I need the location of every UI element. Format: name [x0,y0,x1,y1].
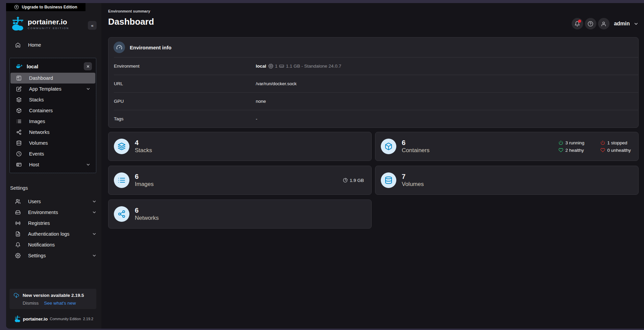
sidebar-item-label: Stacks [29,97,44,102]
sidebar-item-home[interactable]: Home [15,40,101,50]
sidebar-item-host[interactable]: Host [10,159,95,170]
chevron-down-icon [92,199,97,204]
layers-icon [16,97,22,102]
stacks-card[interactable]: 4 Stacks [108,132,372,161]
sidebar-item-containers[interactable]: Containers [10,105,95,116]
sidebar-item-events[interactable]: Events [10,148,95,159]
notification-badge [578,20,581,23]
sidebar-item-label: Authentication logs [28,231,70,237]
help-circle-icon [588,21,593,27]
info-row-environment: Environment local 1 1.1 GB - Standalone … [114,57,638,75]
main-content: Environment summary Dashboard admin Envi… [101,3,644,329]
containers-card[interactable]: 6 Containers 3 running 1 stopped 2 healt… [375,132,639,161]
sidebar: Upgrade to Business Edition portainer.io [6,3,101,329]
unhealthy-stat: 0 unhealthy [600,148,631,153]
clock-icon [16,151,22,157]
update-notice-box: New version available 2.19.5 Dismiss See… [9,289,96,309]
user-icon [601,21,606,27]
edit-icon [16,86,22,92]
box-icon [16,108,22,113]
sidebar-item-networks[interactable]: Networks [10,127,95,138]
volumes-count: 7 [402,172,424,181]
sidebar-item-users[interactable]: Users [6,196,101,207]
hard-drive-icon [15,210,21,215]
sidebar-spacer [6,261,101,289]
users-icon [15,199,21,204]
sidebar-item-stacks[interactable]: Stacks [10,94,95,105]
volumes-label: Volumes [402,181,424,188]
sidebar-item-label: Settings [28,253,46,258]
box-icon [381,139,396,154]
app-window: Upgrade to Business Edition portainer.io [6,3,644,329]
bell-icon [15,242,21,248]
url-value: /var/run/docker.sock [256,81,297,86]
info-label: Tags [114,116,256,121]
portainer-logo-icon [11,17,25,31]
heart-icon [559,148,563,152]
sidebar-item-label: Users [28,199,41,204]
footer-version: 2.19.2 [83,317,94,321]
page-title: Dashboard [108,17,639,27]
footer-edition: Community Edition [50,317,81,321]
user-menu[interactable]: admin [614,21,630,27]
memory-icon [279,64,284,69]
brand-name: portainer.io [28,18,69,26]
arrow-up-circle-icon [14,5,19,9]
notifications-button[interactable] [572,18,583,29]
layers-icon [114,139,129,154]
memory-and-version: 1.1 GB - Standalone 24.0.7 [286,64,341,69]
chevron-down-icon[interactable] [634,21,639,26]
gauge-icon [114,42,125,53]
images-card[interactable]: 6 Images 1.9 GB [108,166,372,195]
sidebar-item-label: Images [29,119,45,124]
chevron-down-icon [92,253,97,258]
info-label: GPU [114,99,256,104]
sidebar-item-label: Host [29,162,39,167]
active-environment-box: local Dashboard App Templates Stacks [9,58,96,173]
sidebar-item-notifications[interactable]: Notifications [6,239,101,250]
networks-card[interactable]: 6 Networks [108,199,372,229]
sidebar-item-images[interactable]: Images [10,116,95,127]
volumes-card[interactable]: 7 Volumes [375,166,639,195]
brand-edition: COMMUNITY EDITION [28,27,69,30]
panel-title: Environment info [130,45,171,50]
sidebar-item-label: Registries [28,220,50,226]
chevron-down-icon [92,210,97,215]
dismiss-button[interactable]: Dismiss [23,301,39,306]
docker-whale-icon [16,63,23,70]
info-row-tags: Tags - [114,110,638,127]
sidebar-item-label: Containers [29,108,53,113]
cloud-download-icon [14,292,19,298]
upgrade-business-button[interactable]: Upgrade to Business Edition [6,3,85,11]
environment-name: local [27,64,38,69]
gear-icon [15,253,21,258]
help-button[interactable] [585,18,596,29]
see-whats-new-link[interactable]: See what's new [44,301,76,306]
settings-menu: Users Environments Registries Authentica… [6,196,101,261]
sidebar-item-registries[interactable]: Registries [6,218,101,229]
info-row-url: URL /var/run/docker.sock [114,75,638,92]
home-icon [15,42,21,48]
running-stat: 3 running [559,140,596,145]
close-environment-button[interactable] [84,62,92,70]
sidebar-item-volumes[interactable]: Volumes [10,138,95,148]
sidebar-item-settings[interactable]: Settings [6,250,101,261]
power-icon [559,140,563,145]
container-status-stats: 3 running 1 stopped 2 healthy 0 unhealth… [559,140,631,153]
chevron-down-icon [86,162,91,167]
update-title: New version available 2.19.5 [23,293,84,298]
environment-value: local [256,64,266,69]
user-avatar-button[interactable] [598,18,610,29]
sidebar-item-label: Volumes [29,140,48,146]
sidebar-footer: portainer.io Community Edition 2.19.2 [6,309,101,329]
sidebar-item-label: Home [28,42,41,48]
sidebar-item-dashboard[interactable]: Dashboard [10,73,95,84]
sidebar-item-app-templates[interactable]: App Templates [10,84,95,94]
sidebar-collapse-button[interactable]: « [88,21,97,30]
images-total-size: 1.9 GB [343,178,364,183]
sidebar-item-authentication-logs[interactable]: Authentication logs [6,229,101,239]
share-icon [16,129,22,135]
list-icon [16,119,22,124]
settings-section-header: Settings [10,185,101,191]
sidebar-item-environments[interactable]: Environments [6,207,101,218]
